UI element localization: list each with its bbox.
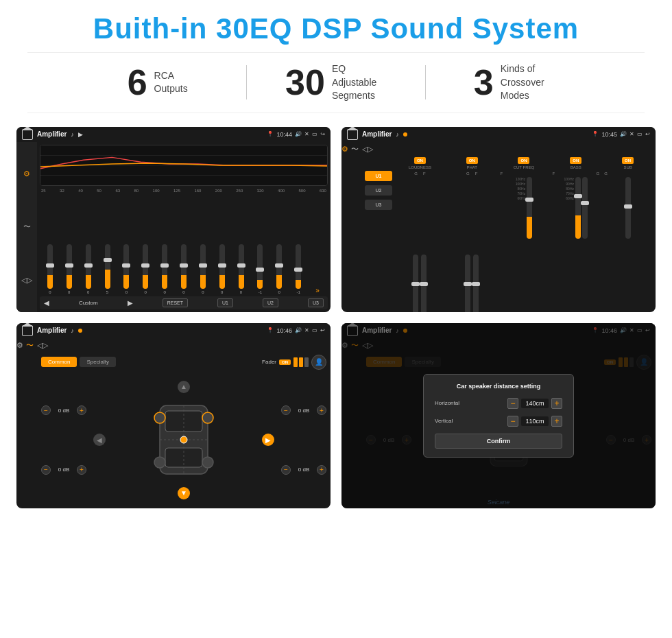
eq-icon-3[interactable]: ⚙ bbox=[16, 341, 23, 349]
horizontal-control: − 140cm + bbox=[507, 398, 562, 409]
close-icon-1[interactable]: ✕ bbox=[304, 131, 309, 137]
fader-bars bbox=[293, 357, 309, 367]
tab-specialty[interactable]: Specialty bbox=[80, 357, 115, 367]
down-arrow[interactable]: ▼ bbox=[178, 487, 190, 499]
stat-crossover-label: Kinds ofCrossover Modes bbox=[501, 62, 555, 103]
phat-slider-g[interactable] bbox=[465, 255, 470, 312]
window-icon-1[interactable]: ▭ bbox=[312, 131, 317, 137]
eq-slider-5[interactable]: 0 bbox=[136, 244, 154, 294]
db-minus-fl[interactable]: − bbox=[41, 405, 51, 415]
phat-toggle[interactable]: ON bbox=[466, 157, 478, 164]
sub-toggle[interactable]: ON bbox=[622, 157, 634, 164]
db-plus-fl[interactable]: + bbox=[77, 405, 86, 415]
eq-slider-1[interactable]: 0 bbox=[60, 244, 78, 294]
eq-slider-0[interactable]: 0 bbox=[41, 244, 59, 294]
db-minus-rl[interactable]: − bbox=[41, 465, 51, 475]
db-control-fr: − 0 dB + bbox=[281, 405, 326, 415]
fader-on-badge[interactable]: ON bbox=[279, 359, 291, 365]
u3-crossover[interactable]: U3 bbox=[365, 200, 392, 210]
stat-crossover-number: 3 bbox=[474, 64, 494, 100]
phat-slider-f[interactable] bbox=[473, 255, 479, 312]
speaker-icon-3[interactable]: ◁▷ bbox=[37, 341, 48, 349]
stat-eq-label: EQ AdjustableSegments bbox=[332, 62, 387, 103]
window-icon-3[interactable]: ▭ bbox=[312, 327, 317, 333]
horizontal-minus[interactable]: − bbox=[507, 398, 518, 409]
eq-slider-7[interactable]: 0 bbox=[175, 244, 193, 294]
db-plus-fr[interactable]: + bbox=[317, 405, 326, 415]
close-icon-3[interactable]: ✕ bbox=[304, 327, 309, 333]
sub-slider[interactable] bbox=[625, 177, 631, 239]
u2-button[interactable]: U2 bbox=[263, 298, 278, 307]
u1-button[interactable]: U1 bbox=[217, 298, 233, 307]
bass-slider-f[interactable] bbox=[575, 177, 581, 239]
wave-icon-2[interactable]: 〜 bbox=[351, 145, 359, 153]
db-minus-fr[interactable]: − bbox=[281, 405, 291, 415]
eq-slider-10[interactable]: 0 bbox=[232, 244, 250, 294]
phat-label: PHAT bbox=[466, 165, 477, 169]
channel-sub: ON SUB G 20 15 5 bbox=[603, 157, 653, 312]
app-title-2: Amplifier bbox=[362, 130, 392, 138]
eq-slider-13[interactable]: -1 bbox=[289, 244, 307, 294]
loudness-toggle[interactable]: ON bbox=[414, 157, 426, 164]
db-control-rr: − 0 dB + bbox=[281, 465, 326, 475]
db-plus-rl[interactable]: + bbox=[77, 465, 86, 475]
cutfreq-toggle[interactable]: ON bbox=[518, 157, 529, 164]
db-plus-rr[interactable]: + bbox=[317, 465, 326, 475]
eq-slider-3[interactable]: 5 bbox=[99, 244, 117, 294]
close-icon-2[interactable]: ✕ bbox=[629, 131, 634, 137]
eq-slider-11[interactable]: -1 bbox=[251, 244, 269, 294]
up-arrow[interactable]: ▲ bbox=[178, 381, 190, 393]
time-2: 10:45 bbox=[601, 131, 617, 138]
stat-eq: 30 EQ AdjustableSegments bbox=[247, 62, 424, 103]
home-icon-3[interactable] bbox=[22, 325, 33, 336]
u1-crossover[interactable]: U1 bbox=[365, 171, 392, 181]
loudness-slider-f[interactable] bbox=[421, 255, 427, 312]
eq-icon-2[interactable]: ⚙ bbox=[341, 145, 348, 153]
time-1: 10:44 bbox=[276, 131, 292, 138]
play-icon-1[interactable]: ▶ bbox=[78, 131, 83, 138]
status-left-2: Amplifier ♪ bbox=[347, 129, 407, 140]
db-minus-rr[interactable]: − bbox=[281, 465, 291, 475]
bass-toggle[interactable]: ON bbox=[570, 157, 581, 164]
speaker-icon[interactable]: ◁▷ bbox=[21, 276, 32, 285]
horizontal-plus[interactable]: + bbox=[551, 398, 562, 409]
reset-button[interactable]: RESET bbox=[163, 298, 188, 307]
vertical-minus[interactable]: − bbox=[507, 416, 518, 427]
svg-point-10 bbox=[202, 412, 213, 423]
eq-slider-expand[interactable]: » bbox=[309, 270, 326, 294]
cutfreq-slider[interactable] bbox=[527, 177, 532, 239]
home-icon-1[interactable] bbox=[22, 129, 33, 140]
next-icon[interactable]: ▶ bbox=[128, 299, 133, 307]
confirm-button[interactable]: Confirm bbox=[435, 434, 562, 449]
db-value-rl: 0 dB bbox=[53, 466, 74, 473]
loudness-slider-g[interactable] bbox=[413, 255, 418, 312]
eq-slider-9[interactable]: 0 bbox=[213, 244, 231, 294]
tab-common[interactable]: Common bbox=[41, 357, 77, 367]
user-icon[interactable]: 👤 bbox=[311, 355, 326, 370]
u3-button[interactable]: U3 bbox=[308, 298, 324, 307]
eq-slider-8[interactable]: 0 bbox=[194, 244, 212, 294]
eq-slider-4[interactable]: 0 bbox=[117, 244, 135, 294]
back-icon-1[interactable]: ↩ bbox=[320, 131, 325, 137]
bass-slider-g[interactable] bbox=[582, 177, 588, 239]
home-icon-2[interactable] bbox=[347, 129, 358, 140]
speaker-icon-2[interactable]: ◁▷ bbox=[362, 145, 373, 153]
crossover-channels: ON LOUDNESS GF 64 64 ON PHAT bbox=[395, 157, 653, 312]
eq-slider-12[interactable]: 0 bbox=[270, 244, 288, 294]
eq-icon[interactable]: ⚙ bbox=[23, 169, 30, 178]
right-arrow[interactable]: ▶ bbox=[262, 434, 274, 446]
left-arrow[interactable]: ◀ bbox=[93, 434, 106, 446]
eq-slider-6[interactable]: 0 bbox=[156, 244, 173, 294]
back-icon-2[interactable]: ↩ bbox=[645, 131, 650, 137]
crossover-main: U1 U2 U3 RESET ON LOUDNESS GF 64 bbox=[362, 154, 656, 312]
wave-icon[interactable]: 〜 bbox=[23, 222, 31, 232]
eq-sliders: 0 0 0 5 0 bbox=[40, 195, 328, 294]
vertical-plus[interactable]: + bbox=[551, 416, 562, 427]
status-dot-2 bbox=[403, 132, 407, 137]
wave-icon-3[interactable]: 〜 bbox=[26, 341, 34, 349]
prev-icon[interactable]: ◀ bbox=[44, 299, 49, 307]
window-icon-2[interactable]: ▭ bbox=[637, 131, 643, 137]
u2-crossover[interactable]: U2 bbox=[365, 185, 392, 196]
back-icon-3[interactable]: ↩ bbox=[320, 327, 325, 333]
eq-slider-2[interactable]: 0 bbox=[80, 244, 97, 294]
